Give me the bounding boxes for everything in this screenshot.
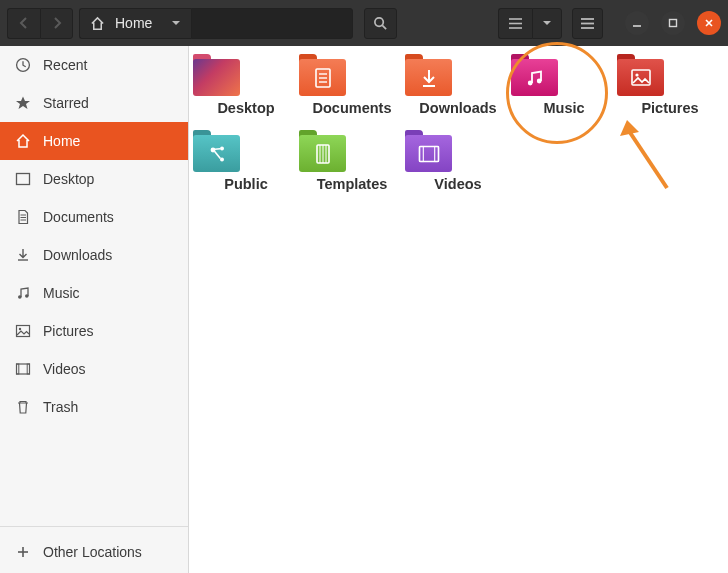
sidebar-item-desktop[interactable]: Desktop (0, 160, 188, 198)
close-icon (704, 18, 714, 28)
list-icon (508, 17, 523, 30)
home-icon (90, 16, 105, 31)
desktop-icon (15, 171, 31, 187)
sidebar-item-documents[interactable]: Documents (0, 198, 188, 236)
sidebar-item-trash[interactable]: Trash (0, 388, 188, 426)
sidebar-item-videos[interactable]: Videos (0, 350, 188, 388)
sidebar-item-starred[interactable]: Starred (0, 84, 188, 122)
sidebar-item-label: Starred (43, 95, 89, 111)
window-minimize-button[interactable] (625, 11, 649, 35)
sidebar-item-label: Recent (43, 57, 87, 73)
svg-rect-23 (17, 364, 19, 374)
home-icon (15, 133, 31, 149)
path-entry[interactable] (191, 8, 353, 39)
content-area: Desktop Documents Downloads (189, 46, 728, 573)
folder-desktop[interactable]: Desktop (193, 54, 299, 128)
search-button[interactable] (364, 8, 397, 39)
folder-music[interactable]: Music (511, 54, 617, 128)
sidebar-other-locations[interactable]: Other Locations (0, 531, 188, 573)
search-icon (373, 16, 388, 31)
folder-templates[interactable]: Templates (299, 130, 405, 204)
folder-label: Documents (299, 100, 405, 116)
chevron-right-icon (52, 16, 62, 30)
sidebar-item-label: Downloads (43, 247, 112, 263)
path-dropdown-icon (171, 18, 181, 28)
forward-button[interactable] (40, 8, 73, 39)
folder-public[interactable]: Public (193, 130, 299, 204)
list-view-button[interactable] (498, 8, 532, 39)
path-bar: Home (79, 8, 353, 39)
music-icon (15, 285, 31, 301)
sidebar-item-label: Desktop (43, 171, 94, 187)
svg-point-19 (25, 294, 29, 298)
download-icon (15, 247, 31, 263)
clock-icon (15, 57, 31, 73)
folder-label: Videos (405, 176, 511, 192)
folder-icon (193, 54, 240, 96)
folder-label: Downloads (405, 100, 511, 116)
sidebar-item-label: Home (43, 133, 80, 149)
hamburger-icon (580, 17, 595, 30)
svg-point-33 (536, 78, 541, 83)
sidebar-item-label: Videos (43, 361, 86, 377)
hamburger-menu-button[interactable] (572, 8, 603, 39)
plus-icon (15, 544, 31, 560)
folder-label: Music (511, 100, 617, 116)
folder-pictures[interactable]: Pictures (617, 54, 723, 128)
sidebar-item-downloads[interactable]: Downloads (0, 236, 188, 274)
maximize-icon (668, 18, 678, 28)
picture-icon (15, 323, 31, 339)
svg-rect-34 (632, 70, 650, 85)
nav-group (7, 8, 73, 39)
sidebar-divider (0, 526, 188, 527)
svg-point-0 (375, 17, 383, 25)
folder-label: Templates (299, 176, 405, 192)
video-icon (15, 361, 31, 377)
folder-videos[interactable]: Videos (405, 130, 511, 204)
folder-icon (405, 54, 452, 96)
folder-icon (405, 130, 452, 172)
headerbar: Home (0, 0, 728, 46)
svg-rect-20 (17, 326, 30, 337)
path-label: Home (115, 15, 152, 31)
svg-point-37 (220, 146, 224, 150)
folder-label: Public (193, 176, 299, 192)
svg-rect-9 (670, 20, 677, 27)
svg-line-40 (214, 151, 220, 158)
star-icon (15, 95, 31, 111)
sidebar-item-label: Music (43, 285, 80, 301)
folder-downloads[interactable]: Downloads (405, 54, 511, 128)
folder-icon (299, 54, 346, 96)
sidebar-item-label: Other Locations (43, 544, 142, 560)
svg-point-35 (635, 73, 638, 76)
view-dropdown-button[interactable] (532, 8, 562, 39)
svg-rect-24 (27, 364, 29, 374)
folder-label: Pictures (617, 100, 723, 116)
window-maximize-button[interactable] (661, 11, 685, 35)
svg-point-18 (18, 295, 22, 299)
chevron-left-icon (19, 16, 29, 30)
folder-icon (617, 54, 664, 96)
trash-icon (15, 399, 31, 415)
view-switcher (498, 8, 562, 39)
svg-rect-13 (17, 174, 30, 185)
sidebar-item-label: Trash (43, 399, 78, 415)
folder-label: Desktop (193, 100, 299, 116)
chevron-down-icon (542, 18, 552, 28)
sidebar-item-recent[interactable]: Recent (0, 46, 188, 84)
folder-documents[interactable]: Documents (299, 54, 405, 128)
sidebar-item-home[interactable]: Home (0, 122, 188, 160)
sidebar-item-pictures[interactable]: Pictures (0, 312, 188, 350)
sidebar-item-music[interactable]: Music (0, 274, 188, 312)
folder-icon (193, 130, 240, 172)
folder-grid: Desktop Documents Downloads (189, 46, 728, 204)
folder-icon (511, 54, 558, 96)
sidebar-item-label: Documents (43, 209, 114, 225)
svg-point-32 (527, 80, 532, 85)
svg-point-21 (19, 328, 21, 330)
back-button[interactable] (7, 8, 40, 39)
path-home-segment[interactable]: Home (79, 8, 191, 39)
sidebar: Recent Starred Home Desktop Documents Do… (0, 46, 189, 573)
window-close-button[interactable] (697, 11, 721, 35)
folder-icon (299, 130, 346, 172)
